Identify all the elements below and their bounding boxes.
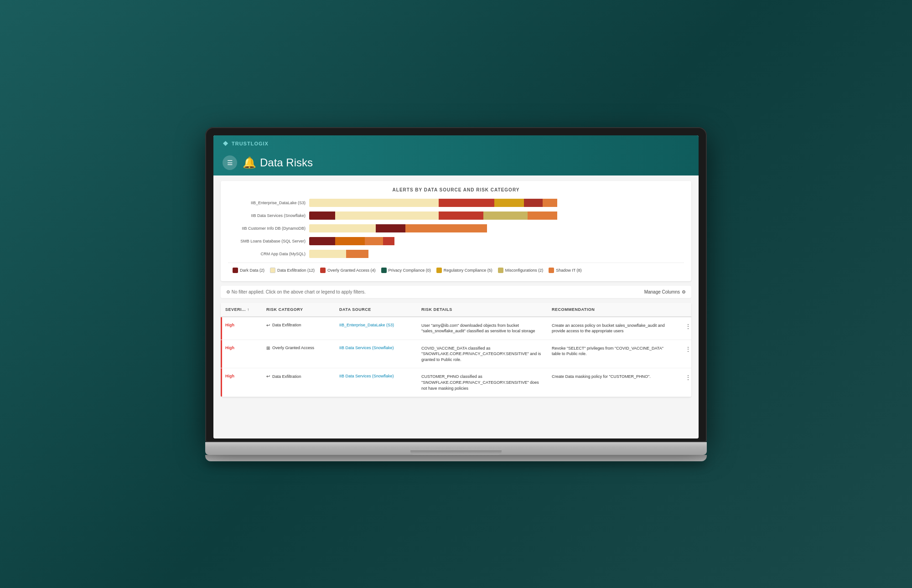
chart-title: ALERTS BY DATA SOURCE AND RISK CATEGORY — [228, 187, 684, 192]
data-source-cell: IIB Data Services (Snowflake) — [335, 372, 417, 380]
risk-category-cell: ↩ Data Exfiltration — [262, 321, 335, 330]
brand-logo: ❖ TRUSTLOGIX — [223, 140, 269, 147]
legend-privacy[interactable]: Privacy Compliance (0) — [381, 268, 431, 273]
severity-badge: High — [225, 374, 234, 378]
table-row: High ↩ Data Exfiltration IIB Data Servic… — [221, 368, 691, 397]
table-header: SEVERI... ↑ RISK CATEGORY DATA SOURCE RI… — [221, 303, 691, 317]
chart-row-2[interactable]: IIB Data Services (Snowflake) — [233, 211, 679, 220]
bar-label-3: IIB Customer Info DB (DynamoDB) — [233, 226, 306, 231]
risk-category-value: ↩ Data Exfiltration — [266, 374, 330, 379]
bar-segments-1 — [309, 199, 679, 207]
severity-badge: High — [225, 323, 234, 327]
data-source-link[interactable]: IIB_Enterprise_DataLake (S3) — [339, 323, 394, 327]
risk-details-text: COVID_VACCINE_DATA classified as "SNOWFL… — [421, 346, 543, 363]
page-title: 🔔 Data Risks — [243, 156, 313, 169]
bar-segments-5 — [309, 250, 679, 258]
app-header: ❖ TRUSTLOGIX — [213, 135, 699, 152]
severity-cell: High — [221, 321, 262, 329]
risk-category-cell: ⊞ Overly Granted Access — [262, 344, 335, 352]
row-more-button[interactable]: ⋮ — [682, 373, 691, 382]
data-source-link[interactable]: IIB Data Services (Snowflake) — [339, 374, 394, 378]
actions-cell: ⋮ — [678, 372, 691, 383]
content-area: ALERTS BY DATA SOURCE AND RISK CATEGORY … — [213, 175, 699, 438]
menu-button[interactable]: ☰ — [223, 155, 237, 170]
th-recommendation: RECOMMENDATION — [547, 305, 678, 314]
category-icon: ↩ — [266, 374, 270, 379]
risk-category-value: ↩ Data Exfiltration — [266, 323, 330, 328]
bell-icon: 🔔 — [243, 156, 256, 169]
filter-text: ⚙ No filter applied. Click on the above … — [226, 289, 366, 294]
gear-icon: ⚙ — [682, 289, 686, 294]
risk-category-value: ⊞ Overly Granted Access — [266, 346, 330, 351]
recommendation-cell: Create an access policy on bucket sales_… — [547, 321, 678, 336]
data-source-link[interactable]: IIB Data Services (Snowflake) — [339, 346, 394, 350]
recommendation-cell: Create Data masking policy for "CUSTOMER… — [547, 372, 678, 382]
recommendation-text: Revoke "SELECT" privileges from "COVID_V… — [552, 346, 673, 357]
legend-misconfigurations[interactable]: Misconfigurations (2) — [498, 268, 544, 273]
actions-cell: ⋮ — [678, 321, 691, 332]
th-risk-details: RISK DETAILS — [417, 305, 547, 314]
recommendation-text: Create an access policy on bucket sales_… — [552, 323, 673, 334]
chart-card: ALERTS BY DATA SOURCE AND RISK CATEGORY … — [221, 181, 691, 281]
legend-overly-granted[interactable]: Overly Granted Access (4) — [320, 268, 376, 273]
chart-legend: Dark Data (2) Data Exfiltration (12) Ove… — [228, 263, 684, 275]
row-more-button[interactable]: ⋮ — [682, 322, 691, 331]
recommendation-cell: Revoke "SELECT" privileges from "COVID_V… — [547, 344, 678, 359]
bar-segments-3 — [309, 224, 679, 232]
legend-regulatory[interactable]: Regulatory Compliance (5) — [436, 268, 492, 273]
th-risk-category: RISK CATEGORY — [262, 305, 335, 314]
chart-row-3[interactable]: IIB Customer Info DB (DynamoDB) — [233, 224, 679, 232]
legend-data-exfiltration[interactable]: Data Exfiltration (12) — [270, 268, 315, 273]
category-icon: ⊞ — [266, 346, 270, 351]
chart-row-1[interactable]: IIB_Enterprise_DataLake (S3) — [233, 199, 679, 207]
th-actions — [678, 305, 691, 314]
brand-icon: ❖ — [223, 140, 229, 147]
legend-dark-data[interactable]: Dark Data (2) — [233, 268, 264, 273]
risk-details-cell: User "amy@iib.com" downloaded objects fr… — [417, 321, 547, 336]
th-severity[interactable]: SEVERI... ↑ — [221, 305, 262, 314]
filter-bar: ⚙ No filter applied. Click on the above … — [221, 286, 691, 298]
risk-category-cell: ↩ Data Exfiltration — [262, 372, 335, 381]
severity-cell: High — [221, 344, 262, 352]
data-table: SEVERI... ↑ RISK CATEGORY DATA SOURCE RI… — [221, 303, 691, 397]
bar-label-4: SMB Loans Database (SQL Server) — [233, 239, 306, 243]
title-bar: ☰ 🔔 Data Risks — [213, 152, 699, 175]
risk-details-cell: CUSTOMER_PHNO classified as "SNOWFLAKE.C… — [417, 372, 547, 393]
severity-badge: High — [225, 346, 234, 350]
actions-cell: ⋮ — [678, 344, 691, 355]
bar-segments-2 — [309, 211, 679, 220]
th-data-source: DATA SOURCE — [335, 305, 417, 314]
chart-row-5[interactable]: CRM App Data (MySQL) — [233, 250, 679, 258]
legend-shadow-it[interactable]: Shadow IT (8) — [549, 268, 581, 273]
row-more-button[interactable]: ⋮ — [682, 345, 691, 354]
manage-columns-label: Manage Columns — [644, 289, 680, 294]
bar-chart: IIB_Enterprise_DataLake (S3) — [228, 199, 684, 258]
risk-details-text: User "amy@iib.com" downloaded objects fr… — [421, 323, 543, 334]
table-row: High ⊞ Overly Granted Access IIB Data Se… — [221, 340, 691, 369]
manage-columns-button[interactable]: Manage Columns ⚙ — [644, 289, 686, 294]
bar-segments-4 — [309, 237, 679, 245]
bar-label-1: IIB_Enterprise_DataLake (S3) — [233, 201, 306, 205]
table-row: High ↩ Data Exfiltration IIB_Enterprise_… — [221, 317, 691, 340]
risk-details-text: CUSTOMER_PHNO classified as "SNOWFLAKE.C… — [421, 374, 543, 391]
brand-name: TRUSTLOGIX — [232, 141, 269, 146]
risk-details-cell: COVID_VACCINE_DATA classified as "SNOWFL… — [417, 344, 547, 365]
chart-row-4[interactable]: SMB Loans Database (SQL Server) — [233, 237, 679, 245]
recommendation-text: Create Data masking policy for "CUSTOMER… — [552, 374, 673, 380]
severity-cell: High — [221, 372, 262, 380]
bar-label-5: CRM App Data (MySQL) — [233, 252, 306, 256]
data-source-cell: IIB Data Services (Snowflake) — [335, 344, 417, 352]
data-source-cell: IIB_Enterprise_DataLake (S3) — [335, 321, 417, 329]
category-icon: ↩ — [266, 323, 270, 328]
bar-label-2: IIB Data Services (Snowflake) — [233, 213, 306, 218]
